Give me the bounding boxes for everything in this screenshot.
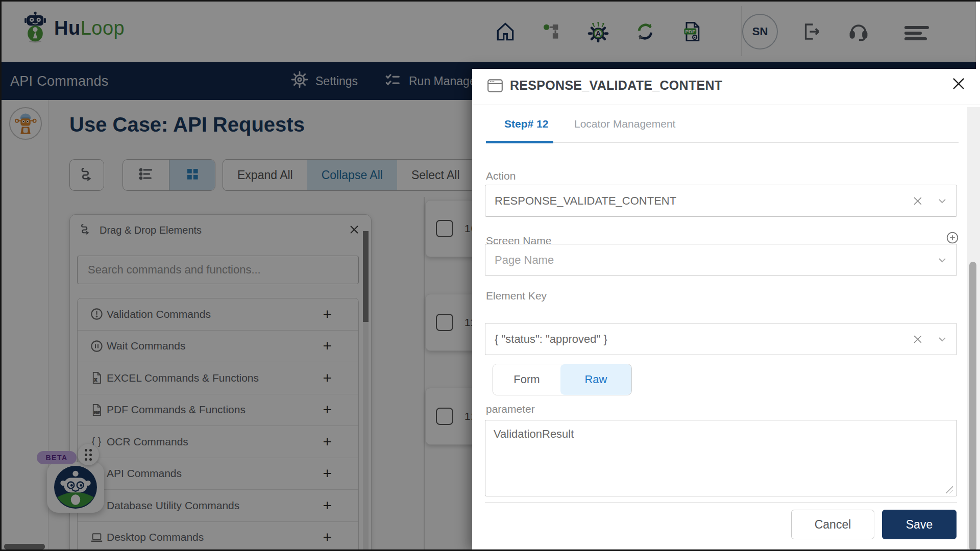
- element-key-label: Element Key: [486, 290, 547, 302]
- element-key-value: { "status": "approved" }: [495, 333, 908, 346]
- screen-name-placeholder: Page Name: [495, 254, 928, 267]
- tabs-divider: [486, 142, 959, 143]
- window-element-icon: [486, 77, 504, 96]
- tab-step[interactable]: Step# 12: [504, 118, 548, 130]
- action-chevron-down-icon[interactable]: [928, 195, 957, 207]
- parameter-label: parameter: [486, 403, 535, 415]
- action-value: RESPONSE_VALIDATE_CONTENT: [495, 194, 908, 208]
- save-button[interactable]: Save: [882, 510, 957, 539]
- drawer-close-icon[interactable]: [951, 76, 966, 93]
- parameter-textarea[interactable]: ValidationResult: [485, 420, 957, 496]
- element-key-clear-icon[interactable]: [908, 334, 928, 345]
- drawer-title: RESPONSE_VALIDATE_CONTENT: [510, 78, 722, 93]
- element-key-chevron-down-icon[interactable]: [928, 333, 957, 345]
- screen-name-select[interactable]: Page Name: [485, 244, 957, 276]
- mode-raw-button[interactable]: Raw: [560, 364, 631, 395]
- window-frame: [0, 0, 2, 551]
- payload-mode-toggle: Form Raw: [493, 364, 632, 395]
- action-select[interactable]: RESPONSE_VALIDATE_CONTENT: [485, 185, 957, 217]
- scrollbar-corner-patch: [976, 0, 980, 69]
- drawer-scrollbar-track: [967, 107, 980, 551]
- step-editor-drawer: RESPONSE_VALIDATE_CONTENT Step# 12 Locat…: [472, 69, 980, 551]
- app-window: HuLoop: [0, 0, 980, 551]
- window-frame: [0, 0, 980, 2]
- tab-locator-management[interactable]: Locator Management: [574, 118, 675, 130]
- screen-name-chevron-down-icon[interactable]: [928, 254, 957, 266]
- action-label: Action: [486, 170, 516, 182]
- element-key-select[interactable]: { "status": "approved" }: [485, 323, 957, 355]
- action-clear-icon[interactable]: [908, 195, 928, 207]
- drawer-scrollbar-thumb[interactable]: [969, 262, 976, 551]
- active-tab-underline: [486, 141, 553, 143]
- cancel-button[interactable]: Cancel: [791, 510, 874, 539]
- footer-divider: [485, 502, 957, 503]
- drawer-header-divider: [472, 105, 980, 105]
- mode-form-button[interactable]: Form: [493, 364, 560, 395]
